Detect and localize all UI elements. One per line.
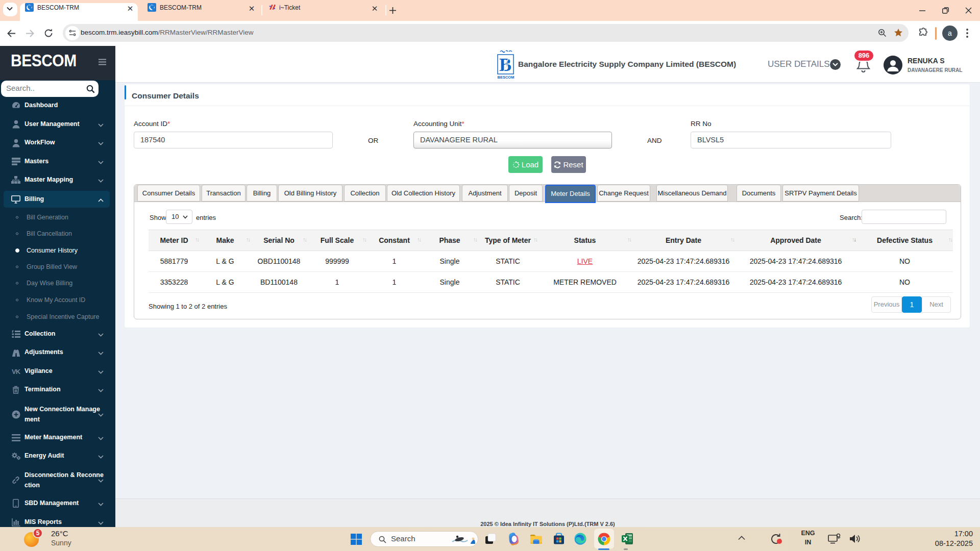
svg-text:BESCOM: BESCOM [498, 75, 514, 80]
svg-text:B: B [499, 55, 511, 75]
